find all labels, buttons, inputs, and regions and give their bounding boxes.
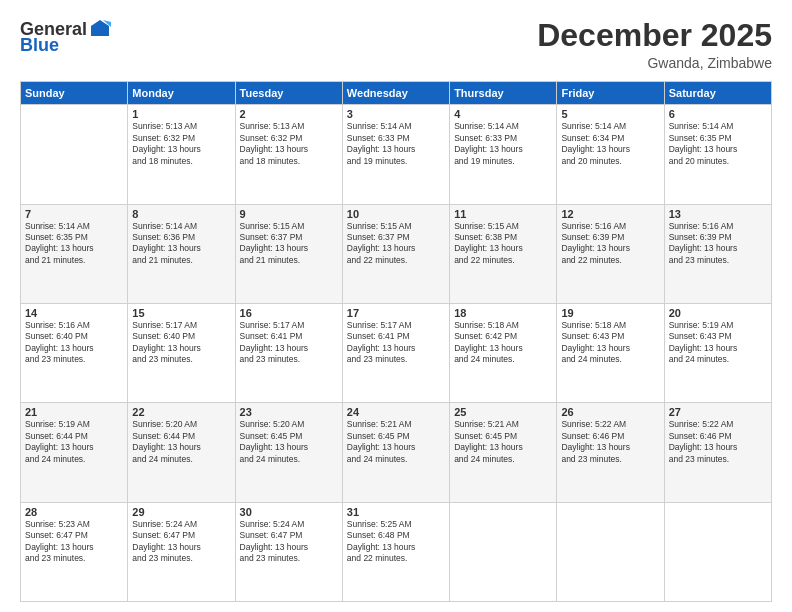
day-info: Sunrise: 5:14 AM Sunset: 6:34 PM Dayligh… xyxy=(561,121,659,167)
day-info: Sunrise: 5:17 AM Sunset: 6:41 PM Dayligh… xyxy=(240,320,338,366)
day-number: 7 xyxy=(25,208,123,220)
calendar-cell: 12Sunrise: 5:16 AM Sunset: 6:39 PM Dayli… xyxy=(557,204,664,303)
day-info: Sunrise: 5:14 AM Sunset: 6:35 PM Dayligh… xyxy=(25,221,123,267)
day-number: 25 xyxy=(454,406,552,418)
calendar-cell: 26Sunrise: 5:22 AM Sunset: 6:46 PM Dayli… xyxy=(557,403,664,502)
month-title: December 2025 xyxy=(537,18,772,53)
day-info: Sunrise: 5:16 AM Sunset: 6:39 PM Dayligh… xyxy=(561,221,659,267)
day-info: Sunrise: 5:15 AM Sunset: 6:37 PM Dayligh… xyxy=(347,221,445,267)
calendar-week-row: 14Sunrise: 5:16 AM Sunset: 6:40 PM Dayli… xyxy=(21,303,772,402)
calendar-cell: 19Sunrise: 5:18 AM Sunset: 6:43 PM Dayli… xyxy=(557,303,664,402)
calendar-cell: 3Sunrise: 5:14 AM Sunset: 6:33 PM Daylig… xyxy=(342,105,449,204)
calendar-header-wednesday: Wednesday xyxy=(342,82,449,105)
calendar-cell: 14Sunrise: 5:16 AM Sunset: 6:40 PM Dayli… xyxy=(21,303,128,402)
day-number: 16 xyxy=(240,307,338,319)
calendar-cell xyxy=(21,105,128,204)
day-number: 14 xyxy=(25,307,123,319)
calendar-week-row: 21Sunrise: 5:19 AM Sunset: 6:44 PM Dayli… xyxy=(21,403,772,502)
calendar-cell xyxy=(450,502,557,601)
day-info: Sunrise: 5:17 AM Sunset: 6:40 PM Dayligh… xyxy=(132,320,230,366)
logo: General Blue xyxy=(20,18,111,54)
day-number: 30 xyxy=(240,506,338,518)
day-info: Sunrise: 5:22 AM Sunset: 6:46 PM Dayligh… xyxy=(561,419,659,465)
calendar-cell: 9Sunrise: 5:15 AM Sunset: 6:37 PM Daylig… xyxy=(235,204,342,303)
header: General Blue December 2025 Gwanda, Zimba… xyxy=(20,18,772,71)
day-number: 5 xyxy=(561,108,659,120)
location: Gwanda, Zimbabwe xyxy=(537,55,772,71)
logo-icon xyxy=(89,18,111,40)
calendar-cell: 24Sunrise: 5:21 AM Sunset: 6:45 PM Dayli… xyxy=(342,403,449,502)
calendar-cell: 30Sunrise: 5:24 AM Sunset: 6:47 PM Dayli… xyxy=(235,502,342,601)
page: General Blue December 2025 Gwanda, Zimba… xyxy=(0,0,792,612)
day-number: 26 xyxy=(561,406,659,418)
day-info: Sunrise: 5:14 AM Sunset: 6:33 PM Dayligh… xyxy=(454,121,552,167)
calendar-cell: 11Sunrise: 5:15 AM Sunset: 6:38 PM Dayli… xyxy=(450,204,557,303)
day-number: 6 xyxy=(669,108,767,120)
day-number: 11 xyxy=(454,208,552,220)
day-info: Sunrise: 5:13 AM Sunset: 6:32 PM Dayligh… xyxy=(132,121,230,167)
day-info: Sunrise: 5:16 AM Sunset: 6:40 PM Dayligh… xyxy=(25,320,123,366)
day-info: Sunrise: 5:19 AM Sunset: 6:43 PM Dayligh… xyxy=(669,320,767,366)
day-number: 28 xyxy=(25,506,123,518)
day-number: 4 xyxy=(454,108,552,120)
calendar-week-row: 28Sunrise: 5:23 AM Sunset: 6:47 PM Dayli… xyxy=(21,502,772,601)
day-info: Sunrise: 5:20 AM Sunset: 6:44 PM Dayligh… xyxy=(132,419,230,465)
day-number: 19 xyxy=(561,307,659,319)
calendar-cell: 8Sunrise: 5:14 AM Sunset: 6:36 PM Daylig… xyxy=(128,204,235,303)
day-info: Sunrise: 5:14 AM Sunset: 6:35 PM Dayligh… xyxy=(669,121,767,167)
day-info: Sunrise: 5:25 AM Sunset: 6:48 PM Dayligh… xyxy=(347,519,445,565)
day-number: 29 xyxy=(132,506,230,518)
day-info: Sunrise: 5:23 AM Sunset: 6:47 PM Dayligh… xyxy=(25,519,123,565)
calendar-cell xyxy=(664,502,771,601)
day-info: Sunrise: 5:17 AM Sunset: 6:41 PM Dayligh… xyxy=(347,320,445,366)
calendar-cell: 4Sunrise: 5:14 AM Sunset: 6:33 PM Daylig… xyxy=(450,105,557,204)
day-info: Sunrise: 5:16 AM Sunset: 6:39 PM Dayligh… xyxy=(669,221,767,267)
day-number: 8 xyxy=(132,208,230,220)
day-info: Sunrise: 5:20 AM Sunset: 6:45 PM Dayligh… xyxy=(240,419,338,465)
day-number: 2 xyxy=(240,108,338,120)
day-info: Sunrise: 5:21 AM Sunset: 6:45 PM Dayligh… xyxy=(347,419,445,465)
calendar-header-saturday: Saturday xyxy=(664,82,771,105)
calendar-cell: 6Sunrise: 5:14 AM Sunset: 6:35 PM Daylig… xyxy=(664,105,771,204)
calendar-cell: 10Sunrise: 5:15 AM Sunset: 6:37 PM Dayli… xyxy=(342,204,449,303)
calendar-header-sunday: Sunday xyxy=(21,82,128,105)
day-number: 18 xyxy=(454,307,552,319)
logo-blue: Blue xyxy=(20,36,59,54)
calendar-cell: 5Sunrise: 5:14 AM Sunset: 6:34 PM Daylig… xyxy=(557,105,664,204)
calendar-header-monday: Monday xyxy=(128,82,235,105)
calendar-cell: 23Sunrise: 5:20 AM Sunset: 6:45 PM Dayli… xyxy=(235,403,342,502)
day-info: Sunrise: 5:18 AM Sunset: 6:43 PM Dayligh… xyxy=(561,320,659,366)
calendar-header-friday: Friday xyxy=(557,82,664,105)
day-number: 31 xyxy=(347,506,445,518)
day-info: Sunrise: 5:21 AM Sunset: 6:45 PM Dayligh… xyxy=(454,419,552,465)
day-number: 3 xyxy=(347,108,445,120)
calendar-cell: 15Sunrise: 5:17 AM Sunset: 6:40 PM Dayli… xyxy=(128,303,235,402)
calendar-header-tuesday: Tuesday xyxy=(235,82,342,105)
calendar-header-thursday: Thursday xyxy=(450,82,557,105)
calendar-cell: 7Sunrise: 5:14 AM Sunset: 6:35 PM Daylig… xyxy=(21,204,128,303)
calendar-header-row: SundayMondayTuesdayWednesdayThursdayFrid… xyxy=(21,82,772,105)
calendar-cell: 31Sunrise: 5:25 AM Sunset: 6:48 PM Dayli… xyxy=(342,502,449,601)
day-number: 9 xyxy=(240,208,338,220)
calendar-week-row: 7Sunrise: 5:14 AM Sunset: 6:35 PM Daylig… xyxy=(21,204,772,303)
calendar-cell: 13Sunrise: 5:16 AM Sunset: 6:39 PM Dayli… xyxy=(664,204,771,303)
day-info: Sunrise: 5:15 AM Sunset: 6:37 PM Dayligh… xyxy=(240,221,338,267)
day-info: Sunrise: 5:18 AM Sunset: 6:42 PM Dayligh… xyxy=(454,320,552,366)
calendar-cell: 2Sunrise: 5:13 AM Sunset: 6:32 PM Daylig… xyxy=(235,105,342,204)
day-number: 22 xyxy=(132,406,230,418)
day-info: Sunrise: 5:13 AM Sunset: 6:32 PM Dayligh… xyxy=(240,121,338,167)
day-info: Sunrise: 5:14 AM Sunset: 6:33 PM Dayligh… xyxy=(347,121,445,167)
day-number: 13 xyxy=(669,208,767,220)
day-info: Sunrise: 5:24 AM Sunset: 6:47 PM Dayligh… xyxy=(132,519,230,565)
calendar-cell: 21Sunrise: 5:19 AM Sunset: 6:44 PM Dayli… xyxy=(21,403,128,502)
calendar-cell: 17Sunrise: 5:17 AM Sunset: 6:41 PM Dayli… xyxy=(342,303,449,402)
title-block: December 2025 Gwanda, Zimbabwe xyxy=(537,18,772,71)
day-number: 15 xyxy=(132,307,230,319)
calendar-cell: 18Sunrise: 5:18 AM Sunset: 6:42 PM Dayli… xyxy=(450,303,557,402)
day-info: Sunrise: 5:24 AM Sunset: 6:47 PM Dayligh… xyxy=(240,519,338,565)
day-info: Sunrise: 5:14 AM Sunset: 6:36 PM Dayligh… xyxy=(132,221,230,267)
day-info: Sunrise: 5:19 AM Sunset: 6:44 PM Dayligh… xyxy=(25,419,123,465)
day-info: Sunrise: 5:15 AM Sunset: 6:38 PM Dayligh… xyxy=(454,221,552,267)
day-number: 24 xyxy=(347,406,445,418)
day-number: 1 xyxy=(132,108,230,120)
